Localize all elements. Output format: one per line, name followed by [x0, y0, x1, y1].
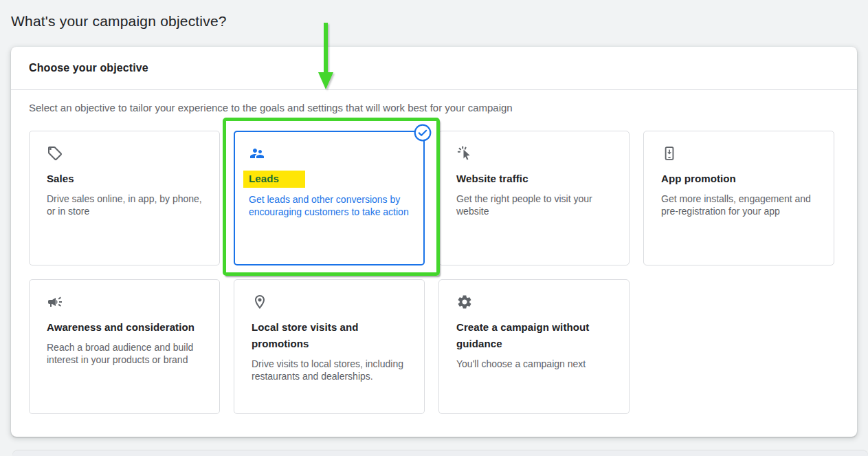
objective-description: Drive visits to local stores, including … — [252, 358, 407, 382]
objective-title: Local store visits and promotions — [252, 319, 407, 352]
next-section-card-edge — [12, 450, 868, 456]
people-icon — [249, 145, 410, 162]
objective-description: Reach a broad audience and build interes… — [47, 341, 202, 366]
objective-title: Sales — [47, 171, 202, 187]
objective-grid: Sales Drive sales online, in app, by pho… — [29, 131, 839, 414]
location-pin-icon — [252, 294, 407, 310]
objective-title: Awareness and consideration — [47, 319, 202, 336]
gear-icon — [456, 294, 612, 310]
objective-description: Get leads and other conversions by encou… — [249, 193, 410, 218]
objective-description: Get the right people to visit your websi… — [456, 193, 612, 217]
objective-title: Create a campaign without guidance — [456, 319, 612, 352]
check-circle-icon — [414, 124, 432, 142]
panel-subtitle: Select an objective to tailor your exper… — [29, 102, 839, 114]
panel-header: Choose your objective — [11, 47, 857, 90]
phone-install-icon — [661, 145, 816, 162]
objective-card-leads[interactable]: Leads Get leads and other conversions by… — [234, 131, 425, 265]
choose-objective-panel: Choose your objective Select an objectiv… — [11, 47, 857, 437]
objective-description: Get more installs, engagement and pre-re… — [661, 193, 816, 217]
objective-card-no-guidance[interactable]: Create a campaign without guidance You'l… — [438, 279, 630, 414]
cursor-click-icon — [456, 145, 612, 162]
objective-card-sales[interactable]: Sales Drive sales online, in app, by pho… — [29, 131, 220, 265]
objective-description: Drive sales online, in app, by phone, or… — [47, 193, 202, 217]
objective-card-awareness[interactable]: Awareness and consideration Reach a broa… — [29, 279, 220, 414]
panel-body: Select an objective to tailor your exper… — [11, 90, 857, 414]
page-title: What's your campaign objective? — [11, 13, 227, 30]
objective-card-website-traffic[interactable]: Website traffic Get the right people to … — [438, 131, 630, 265]
objective-title: App promotion — [661, 171, 816, 187]
tag-icon — [47, 145, 202, 162]
objective-card-local-store[interactable]: Local store visits and promotions Drive … — [234, 279, 425, 414]
yellow-highlight: Leads — [243, 171, 305, 188]
objective-description: You'll choose a campaign next — [456, 358, 612, 370]
objective-title: Leads — [249, 171, 410, 188]
objective-title: Website traffic — [456, 171, 612, 187]
objective-card-app-promotion[interactable]: App promotion Get more installs, engagem… — [643, 131, 834, 265]
megaphone-icon — [47, 294, 202, 310]
